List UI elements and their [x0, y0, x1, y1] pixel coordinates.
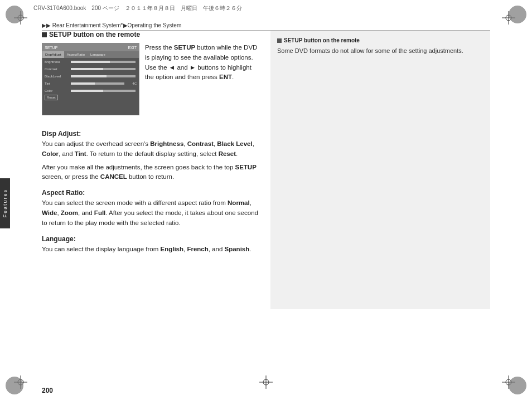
screen-setup-label: SETUP	[45, 46, 57, 50]
screen-reset-btn: Reset	[45, 95, 58, 100]
disp-bold4: Color	[42, 150, 59, 157]
note-body: Some DVD formats do not allow for some o…	[277, 46, 483, 56]
circle-top-left	[6, 6, 23, 23]
top-bar-text: CRV-31T0A600.book 200 ページ ２０１１年８月８日 月曜日 …	[33, 4, 242, 12]
screen-row1-label: Brightness	[45, 60, 70, 64]
left-column: SETUP button on the remote SETUP EXIT Di…	[42, 31, 259, 258]
right-column: SETUP button on the remote Some DVD form…	[270, 31, 490, 309]
disp-body2-mid: screen, or press the	[42, 173, 100, 180]
disp-adjust-title: Disp Adjust:	[42, 130, 259, 138]
language-body: You can select the display language from…	[42, 245, 259, 255]
screen-tabs: DispAdjust AspectRatio Language	[42, 51, 139, 58]
instruction-period: .	[232, 74, 234, 80]
ar-bold2: Wide	[42, 209, 57, 216]
breadcrumb-prefix: ▶▶	[42, 22, 51, 28]
instruction-setup-bold: SETUP	[174, 44, 195, 51]
screen-row4-label: Tint	[45, 82, 70, 85]
disp-body1-end: . To return to the default display setti…	[86, 150, 219, 157]
disp-adjust-body1: You can adjust the overhead screen's Bri…	[42, 139, 259, 159]
disp-body2-pre: After you make all the adjustments, the …	[42, 164, 235, 170]
disp-bold5: Tint	[75, 150, 86, 157]
screen-row-brightness: Brightness	[42, 58, 139, 65]
note-heading-text: SETUP button on the remote	[284, 37, 360, 43]
ar-bold4: Full	[94, 209, 105, 216]
screen-tab3: Language	[88, 51, 108, 58]
breadcrumb-text: Rear Entertainment System*▶Operating the…	[52, 22, 181, 28]
lang-bold3: Spanish	[225, 246, 250, 252]
disp-bold2: Contrast	[187, 140, 214, 147]
side-tab: Features	[0, 178, 10, 228]
section1-heading: SETUP button on the remote	[42, 31, 259, 38]
aspect-ratio-title: Aspect Ratio:	[42, 189, 259, 197]
disp-adjust-section: Disp Adjust: You can adjust the overhead…	[42, 130, 259, 182]
lang-sep2: , and	[209, 246, 225, 252]
disp-bold7: SETUP	[235, 164, 256, 170]
screen-row5-label: Color	[45, 89, 70, 92]
section1-heading-text: SETUP button on the remote	[49, 31, 140, 38]
ar-sep3: , and	[78, 209, 94, 216]
breadcrumb: ▶▶ Rear Entertainment System*▶Operating …	[42, 22, 490, 31]
disp-bold1: Brightness	[150, 140, 183, 147]
screen-row-blacklevel: BlackLevel	[42, 72, 139, 80]
circle-bottom-right	[509, 377, 526, 394]
aspect-ratio-body: You can select the screen mode with a di…	[42, 198, 259, 228]
screen-row-tint: Tint 4C	[42, 80, 139, 87]
side-tab-label: Features	[2, 189, 8, 218]
screen-row3-label: BlackLevel	[45, 75, 70, 78]
language-title: Language:	[42, 235, 259, 243]
disp-adjust-body2: After you make all the adjustments, the …	[42, 163, 259, 183]
screen-reset-row: Reset	[42, 94, 139, 101]
disp-body2-end: button to return.	[127, 173, 174, 180]
ar-bold3: Zoom	[61, 209, 78, 216]
main-content: SETUP button on the remote SETUP EXIT Di…	[42, 31, 490, 383]
screen-row-contrast: Contrast	[42, 65, 139, 72]
lang-pre: You can select the display language from	[42, 246, 160, 252]
disp-bold3: Black Level	[217, 140, 252, 147]
circle-top-right	[509, 6, 526, 23]
lang-bold2: French	[187, 246, 208, 252]
section1-icon	[42, 32, 47, 37]
language-section: Language: You can select the display lan…	[42, 235, 259, 255]
screen-tab2: AspectRatio	[64, 51, 88, 58]
note-icon	[277, 38, 282, 43]
instruction-text: Press the SETUP button while the DVD is …	[145, 43, 259, 122]
disp-bold6: Reset	[219, 150, 236, 157]
screen-bar4	[71, 82, 124, 85]
screen-mockup: SETUP EXIT DispAdjust AspectRatio Langua…	[42, 43, 139, 115]
disp-and: , and	[59, 150, 75, 157]
screen-row2-label: Contrast	[45, 67, 70, 71]
screen-exit-label: EXIT	[128, 46, 137, 50]
disp-body1-pre: You can adjust the overhead screen's	[42, 140, 150, 147]
screen-bar3	[71, 75, 136, 77]
disp-bold8: CANCEL	[100, 173, 127, 180]
screen-top-bar: SETUP EXIT	[42, 43, 139, 51]
screen-inner: SETUP EXIT DispAdjust AspectRatio Langua…	[42, 43, 139, 115]
instruction-block: SETUP EXIT DispAdjust AspectRatio Langua…	[42, 43, 259, 122]
ar-pre: You can select the screen mode with a di…	[42, 199, 228, 206]
disp-sep3: ,	[253, 140, 254, 147]
lang-end: .	[249, 246, 251, 252]
lang-bold1: English	[160, 246, 183, 252]
instruction-and: and	[177, 64, 187, 71]
screen-row4-val: 4C	[125, 82, 137, 85]
page-number: 200	[42, 387, 53, 394]
note-heading: SETUP button on the remote	[277, 37, 483, 43]
top-bar: CRV-31T0A600.book 200 ページ ２０１１年８月８日 月曜日 …	[33, 4, 499, 12]
circle-bottom-left	[6, 377, 23, 394]
disp-period: .	[236, 150, 238, 157]
instruction-ent-bold: ENT	[219, 74, 232, 80]
instruction-pre: Press the	[145, 44, 174, 51]
aspect-ratio-section: Aspect Ratio: You can select the screen …	[42, 189, 259, 228]
ar-bold1: Normal	[228, 199, 250, 206]
ar-sep1: ,	[250, 199, 252, 206]
screen-bar5	[71, 90, 136, 92]
screen-row-color: Color	[42, 87, 139, 94]
screen-bar1	[71, 61, 136, 63]
screen-bar2	[71, 68, 136, 70]
screen-tab1: DispAdjust	[42, 51, 64, 58]
